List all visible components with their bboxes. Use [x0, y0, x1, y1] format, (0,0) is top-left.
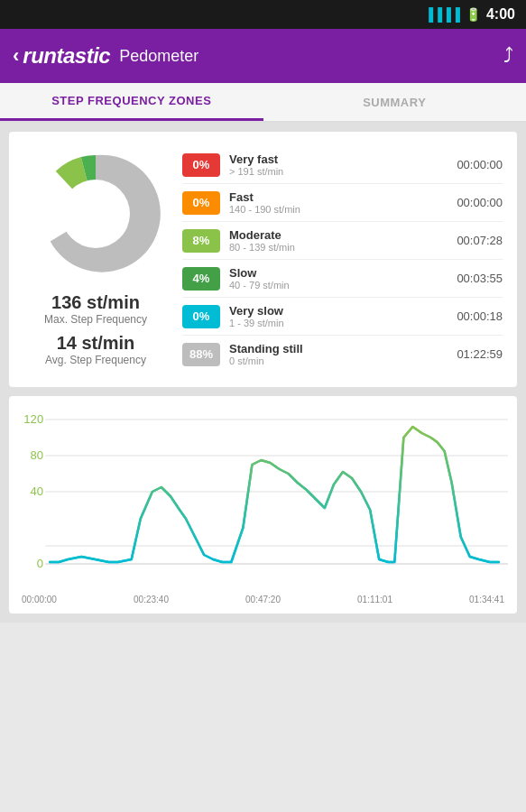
zone-badge: 0%	[182, 191, 220, 215]
zone-range: > 191 st/min	[229, 166, 448, 177]
zone-time: 00:00:00	[457, 196, 503, 209]
zone-name: Moderate	[229, 228, 448, 242]
zone-time: 00:00:18	[457, 309, 503, 323]
zone-range: 0 st/min	[229, 355, 448, 366]
chart-svg: 120 80 40 0	[18, 411, 508, 591]
zone-row: 4%Slow40 - 79 st/min00:03:55	[182, 260, 503, 298]
zone-time: 00:07:28	[457, 234, 503, 247]
zone-row: 88%Standing still0 st/min01:22:59	[182, 336, 503, 373]
svg-point-0	[61, 180, 130, 248]
zone-info: Slow40 - 79 st/min	[229, 266, 448, 291]
svg-text:80: 80	[31, 448, 44, 462]
pie-section: 136 st/min Max. Step Frequency 14 st/min…	[23, 146, 168, 373]
main-content: 136 st/min Max. Step Frequency 14 st/min…	[0, 123, 526, 623]
avg-frequency-label: Avg. Step Frequency	[44, 354, 147, 366]
zone-list: 0%Very fast> 191 st/min00:00:000%Fast140…	[182, 146, 503, 373]
zone-range: 40 - 79 st/min	[229, 280, 448, 291]
status-bar: ▐▐▐▐ 🔋 4:00	[0, 0, 526, 29]
zone-row: 0%Very slow1 - 39 st/min00:00:18	[182, 298, 503, 336]
x-label-1: 00:23:40	[134, 595, 169, 604]
zone-name: Standing still	[229, 342, 448, 355]
chart-card: 120 80 40 0	[9, 396, 517, 614]
zone-row: 0%Very fast> 191 st/min00:00:00	[182, 146, 503, 184]
zone-info: Standing still0 st/min	[229, 342, 448, 366]
x-label-3: 01:11:01	[357, 595, 392, 604]
zone-range: 140 - 190 st/min	[229, 204, 448, 215]
battery-icon: 🔋	[466, 7, 481, 22]
max-frequency-value: 136 st/min	[44, 292, 147, 313]
svg-text:0: 0	[37, 557, 43, 570]
zone-time: 00:00:00	[457, 158, 503, 171]
zone-range: 80 - 139 st/min	[229, 242, 448, 253]
zone-info: Fast140 - 190 st/min	[229, 190, 448, 215]
app-subtitle: Pedometer	[119, 47, 198, 66]
x-label-0: 00:00:00	[22, 595, 57, 604]
chart-x-labels: 00:00:00 00:23:40 00:47:20 01:11:01 01:3…	[18, 595, 508, 604]
zone-name: Very fast	[229, 152, 448, 166]
zone-row: 0%Fast140 - 190 st/min00:00:00	[182, 184, 503, 222]
zone-row: 8%Moderate80 - 139 st/min00:07:28	[182, 222, 503, 260]
zone-badge: 8%	[182, 229, 220, 253]
zone-badge: 0%	[182, 305, 220, 328]
tab-step-frequency[interactable]: STEP FREQUENCY ZONES	[0, 83, 263, 121]
zone-info: Moderate80 - 139 st/min	[229, 228, 448, 253]
zone-card: 136 st/min Max. Step Frequency 14 st/min…	[9, 132, 517, 387]
zone-time: 01:22:59	[457, 347, 503, 361]
signal-icon: ▐▐▐▐	[424, 7, 460, 22]
zone-badge: 0%	[182, 153, 220, 177]
tab-summary[interactable]: SUMMARY	[263, 83, 527, 121]
zone-name: Slow	[229, 266, 448, 280]
toolbar-left: ‹ runtastic Pedometer	[13, 43, 198, 69]
zone-range: 1 - 39 st/min	[229, 318, 448, 328]
share-button[interactable]: ⤴	[503, 44, 513, 68]
app-logo: runtastic	[23, 43, 110, 69]
x-label-2: 00:47:20	[245, 595, 281, 604]
max-frequency-label: Max. Step Frequency	[44, 313, 147, 326]
tab-bar: STEP FREQUENCY ZONES SUMMARY	[0, 83, 526, 123]
avg-frequency-value: 14 st/min	[44, 333, 147, 354]
x-label-4: 01:34:41	[469, 595, 504, 604]
svg-text:120: 120	[23, 412, 43, 426]
zone-badge: 4%	[182, 267, 220, 291]
svg-text:40: 40	[31, 484, 44, 498]
zone-name: Fast	[229, 190, 448, 204]
zone-badge: 88%	[182, 343, 220, 366]
pie-stats: 136 st/min Max. Step Frequency 14 st/min…	[44, 292, 147, 366]
zone-name: Very slow	[229, 304, 448, 318]
zone-info: Very slow1 - 39 st/min	[229, 304, 448, 328]
pie-chart	[28, 146, 163, 281]
toolbar: ‹ runtastic Pedometer ⤴	[0, 29, 526, 83]
status-icons: ▐▐▐▐ 🔋 4:00	[424, 6, 515, 23]
chart-area: 120 80 40 0	[18, 411, 508, 591]
time-display: 4:00	[486, 6, 515, 23]
zone-info: Very fast> 191 st/min	[229, 152, 448, 177]
back-button[interactable]: ‹	[13, 44, 19, 68]
zone-time: 00:03:55	[457, 272, 503, 285]
